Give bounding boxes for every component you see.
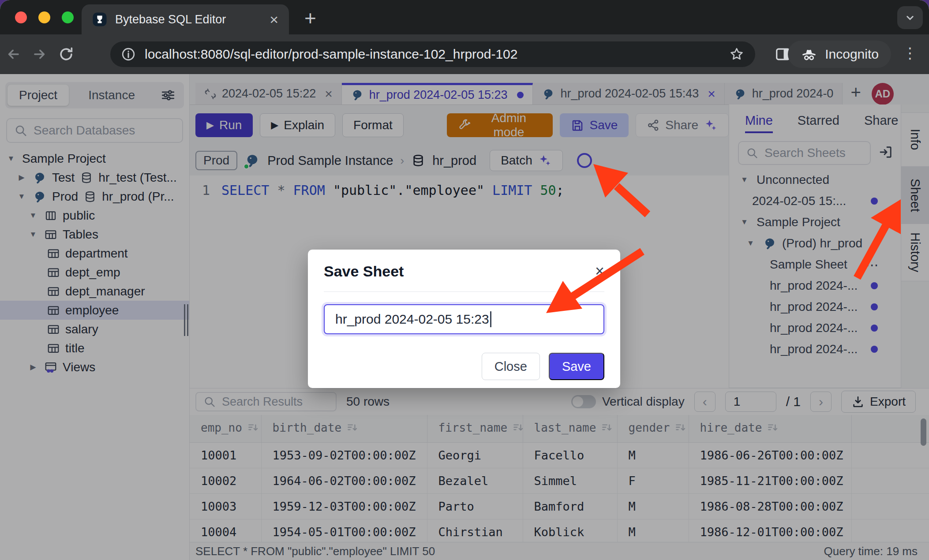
chevron-down-icon — [903, 11, 917, 24]
close-window-button[interactable] — [15, 11, 27, 23]
bookmark-star-icon[interactable] — [729, 46, 745, 62]
browser-menu-button[interactable]: ⋮ — [903, 44, 918, 62]
bytebase-favicon — [92, 12, 107, 27]
modal-close-icon[interactable]: × — [595, 262, 604, 280]
reload-icon — [58, 46, 75, 63]
forward-arrow-icon — [31, 46, 48, 63]
modal-close-button[interactable]: Close — [482, 353, 540, 380]
back-arrow-icon — [5, 46, 22, 63]
incognito-label: Incognito — [825, 47, 879, 62]
url-text: localhost:8080/sql-editor/prod-sample-in… — [145, 47, 729, 62]
bytebase-app: Project Instance Search Databases ▼ Samp… — [0, 74, 929, 560]
new-tab-button[interactable]: + — [304, 6, 316, 30]
save-sheet-modal: Save Sheet × hr_prod 2024-02-05 15:23 Cl… — [308, 250, 620, 388]
minimize-window-button[interactable] — [38, 11, 50, 23]
browser-tab-bar: Bytebase SQL Editor × + — [0, 0, 929, 34]
browser-toolbar: localhost:8080/sql-editor/prod-sample-in… — [0, 34, 929, 74]
sheet-name-input[interactable]: hr_prod 2024-02-05 15:23 — [324, 304, 604, 334]
modal-save-button[interactable]: Save — [549, 353, 604, 380]
browser-window: Bytebase SQL Editor × + localhost:8080/s… — [0, 0, 929, 560]
tab-search-button[interactable] — [897, 6, 923, 29]
zoom-window-button[interactable] — [62, 11, 74, 23]
browser-tab-title: Bytebase SQL Editor — [115, 13, 270, 26]
site-info-icon[interactable] — [121, 47, 136, 62]
incognito-badge: Incognito — [788, 41, 891, 68]
browser-tab-close-icon[interactable]: × — [270, 12, 278, 27]
modal-divider — [324, 291, 604, 292]
back-button[interactable] — [0, 46, 26, 63]
text-cursor — [490, 311, 491, 327]
sheet-name-value: hr_prod 2024-02-05 15:23 — [335, 312, 489, 327]
forward-button[interactable] — [26, 46, 53, 63]
url-bar[interactable]: localhost:8080/sql-editor/prod-sample-in… — [110, 41, 755, 67]
incognito-icon — [800, 45, 818, 63]
reload-button[interactable] — [53, 46, 79, 63]
browser-tab[interactable]: Bytebase SQL Editor × — [82, 4, 289, 34]
modal-title: Save Sheet — [324, 263, 604, 280]
